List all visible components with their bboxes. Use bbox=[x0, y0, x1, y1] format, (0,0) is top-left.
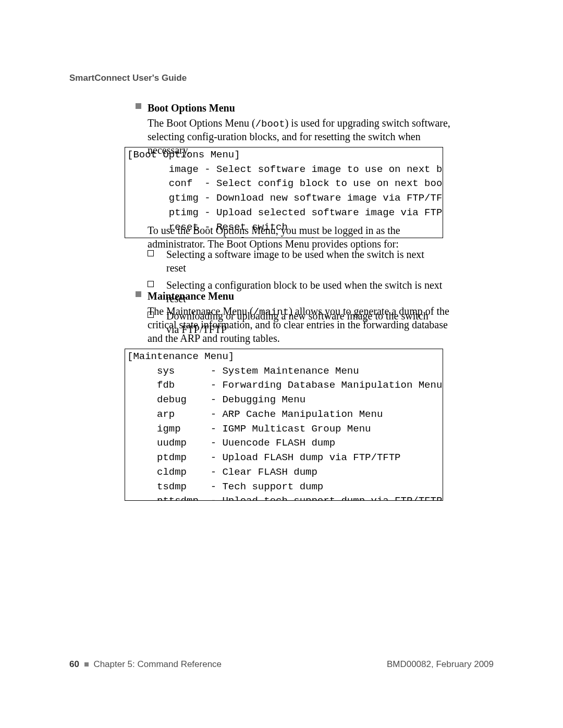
footer-right: BMD00082, February 2009 bbox=[387, 659, 494, 670]
checkbox-icon bbox=[148, 250, 154, 256]
page-number: 60 bbox=[69, 659, 79, 669]
boot-paragraph-2: To use the Boot Options Menu, you must b… bbox=[148, 224, 455, 251]
list-item: Selecting a software image to be used wh… bbox=[148, 248, 444, 275]
maint-codebox: [Maintenance Menu] sys - System Maintena… bbox=[125, 349, 443, 501]
section-title-boot: Boot Options Menu bbox=[148, 102, 455, 114]
section-title-boot-text: Boot Options Menu bbox=[148, 102, 235, 114]
doc-id: BMD00082, February 2009 bbox=[387, 659, 494, 669]
boot-cmd-path: /boot bbox=[255, 118, 285, 130]
square-bullet-icon bbox=[136, 103, 141, 109]
square-bullet-icon bbox=[84, 662, 89, 667]
maint-paragraph-1: The Maintenance Menu (/maint) allows you… bbox=[148, 305, 455, 346]
running-head: SmartConnect User's Guide bbox=[69, 73, 187, 83]
section-title-maint: Maintenance Menu bbox=[148, 290, 455, 302]
maint-cmd-path: /maint bbox=[253, 306, 289, 318]
page-footer: 60 Chapter 5: Command Reference BMD00082… bbox=[69, 659, 494, 670]
footer-left: 60 Chapter 5: Command Reference bbox=[69, 659, 222, 670]
checkbox-icon bbox=[148, 281, 154, 287]
section-title-maint-text: Maintenance Menu bbox=[148, 290, 234, 302]
square-bullet-icon bbox=[136, 291, 141, 297]
chapter-label: Chapter 5: Command Reference bbox=[93, 659, 222, 669]
